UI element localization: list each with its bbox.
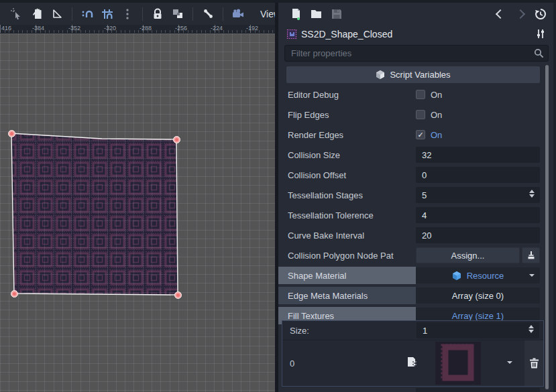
camera-override-icon[interactable] — [229, 7, 247, 21]
pan-tool-icon[interactable] — [28, 7, 46, 21]
array-item-row: 0 — [282, 340, 543, 386]
property-label: Edge Meta Materials — [278, 287, 416, 304]
property-row-tessellation-tolerence: Tessellation Tolerence 4 — [278, 205, 556, 225]
filter-properties-input[interactable] — [284, 45, 549, 62]
skeleton-bone-icon[interactable] — [199, 7, 217, 21]
smart-snap-icon[interactable] — [78, 7, 96, 21]
ss2d-node-icon — [286, 29, 297, 40]
property-row-render-edges: Render Edges ✓ On — [278, 125, 556, 145]
select-tool-icon[interactable] — [8, 7, 25, 21]
assign-node-path-button[interactable]: Assign... — [416, 247, 520, 263]
property-row-flip-edges: Flip Edges On — [278, 105, 556, 125]
history-back-icon[interactable] — [492, 7, 509, 21]
texture-preview[interactable] — [435, 342, 481, 385]
property-row-tessellation-stages: Tessellation Stages 5 — [278, 185, 556, 205]
new-resource-icon[interactable] — [288, 7, 305, 21]
collision-offset-input[interactable]: 0 — [416, 167, 540, 183]
inspected-object-name: SS2D_Shape_Closed — [301, 29, 536, 40]
property-label: Tessellation Tolerence — [278, 210, 416, 220]
checkbox-label: On — [431, 130, 442, 140]
history-icon[interactable] — [532, 7, 549, 21]
grid-snap-icon[interactable] — [99, 7, 116, 21]
ruler-label: -320 — [104, 25, 116, 31]
godot-editor-window: View 416 -384 -352 -320 -288 -256 -224 -… — [0, 0, 556, 392]
toolbar-separator — [142, 7, 143, 21]
filter-properties-container — [284, 45, 549, 62]
history-forward-icon[interactable] — [512, 7, 529, 21]
chevron-down-icon — [529, 274, 535, 277]
ruler-tool-icon[interactable] — [48, 7, 66, 21]
pick-node-button[interactable] — [522, 247, 540, 263]
shape-handle-top-left[interactable] — [8, 130, 15, 137]
section-script-variables[interactable]: Script Variables — [286, 66, 540, 83]
inspector-panel: SS2D_Shape_Closed Script Variables Edito… — [278, 0, 556, 392]
property-label: Render Edges — [278, 130, 416, 140]
inspector-tools-icon[interactable] — [536, 29, 545, 39]
ruler-label: 416 — [1, 25, 11, 31]
ruler-label: -256 — [175, 25, 187, 31]
property-label: Collision Size — [278, 150, 416, 160]
group-icon[interactable] — [169, 7, 186, 21]
checkbox-label: On — [431, 90, 442, 100]
collision-size-input[interactable]: 32 — [416, 147, 540, 163]
property-row-edge-meta-materials: Edge Meta Materials Array (size 0) — [278, 285, 556, 306]
chevron-down-icon[interactable] — [507, 361, 512, 364]
array-item-index: 0 — [282, 358, 396, 369]
checkbox-label: On — [431, 110, 442, 120]
load-resource-icon[interactable] — [308, 7, 325, 21]
edge-meta-materials-array-button[interactable]: Array (size 0) — [416, 287, 540, 304]
curve-bake-interval-input[interactable]: 20 — [416, 227, 540, 243]
search-icon — [534, 48, 544, 58]
viewport-2d-pane: View 416 -384 -352 -320 -288 -256 -224 -… — [0, 0, 275, 392]
render-edges-checkbox[interactable]: ✓ — [416, 130, 425, 139]
inspector-toolbar — [278, 3, 553, 25]
shape-handle-top-right[interactable] — [173, 136, 180, 143]
editor-debug-checkbox[interactable] — [416, 90, 425, 99]
section-title: Script Variables — [390, 70, 450, 80]
ruler-label: -192 — [246, 25, 258, 31]
toolbar-separator — [223, 7, 223, 21]
resource-value: Resource — [467, 271, 504, 281]
lock-icon[interactable] — [149, 7, 166, 21]
shape-handle-bottom-left[interactable] — [11, 290, 18, 298]
tessellation-stages-input[interactable]: 5 — [416, 187, 540, 203]
node-pick-icon — [526, 251, 536, 260]
toolbar-separator — [192, 7, 193, 21]
snap-options-icon[interactable] — [119, 7, 136, 21]
window-top-strip — [0, 0, 556, 3]
save-resource-icon[interactable] — [328, 7, 345, 21]
property-row-editor-debug: Editor Debug On — [278, 84, 556, 105]
array-size-label: Size: — [282, 326, 416, 336]
array-size-row: Size: 1 — [282, 321, 543, 340]
ruler-label: -224 — [211, 25, 223, 31]
inspector-scrollbar[interactable] — [545, 65, 549, 389]
toolbar-separator — [72, 7, 72, 21]
script-variables-icon — [376, 70, 385, 80]
property-label: Flip Edges — [278, 110, 416, 120]
property-row-collision-size: Collision Size 32 — [278, 145, 556, 165]
canvas-toolbar: View — [0, 3, 275, 25]
property-label: Collision Offset — [278, 170, 416, 180]
inspector-object-header: SS2D_Shape_Closed — [278, 25, 553, 42]
ruler-label: -384 — [32, 25, 44, 31]
shape-handle-bottom-right[interactable] — [174, 291, 182, 299]
spinner-control[interactable] — [529, 190, 535, 198]
array-size-input[interactable]: 1 — [416, 322, 539, 338]
shape-polygon[interactable] — [0, 34, 275, 392]
ruler-label: -352 — [68, 25, 80, 31]
property-label: Collision Polygon Node Pat — [278, 251, 416, 261]
spinner-control[interactable] — [529, 325, 534, 333]
delete-item-button[interactable] — [524, 340, 543, 386]
ruler-label: -288 — [140, 25, 152, 31]
horizontal-ruler: 416 -384 -352 -320 -288 -256 -224 -192 — [0, 25, 275, 34]
viewport-canvas[interactable] — [0, 34, 275, 392]
tessellation-tolerence-input[interactable]: 4 — [416, 207, 540, 223]
next-property-field-partial — [416, 388, 540, 392]
trash-icon — [529, 358, 539, 369]
edit-item-icon[interactable] — [406, 356, 418, 368]
property-row-curve-bake-interval: Curve Bake Interval 20 — [278, 225, 556, 245]
shape-material-resource-picker[interactable]: Resource — [416, 267, 540, 283]
flip-edges-checkbox[interactable] — [416, 110, 425, 119]
resource-cube-icon — [452, 271, 461, 281]
fill-textures-array-editor: Size: 1 0 — [282, 320, 544, 387]
